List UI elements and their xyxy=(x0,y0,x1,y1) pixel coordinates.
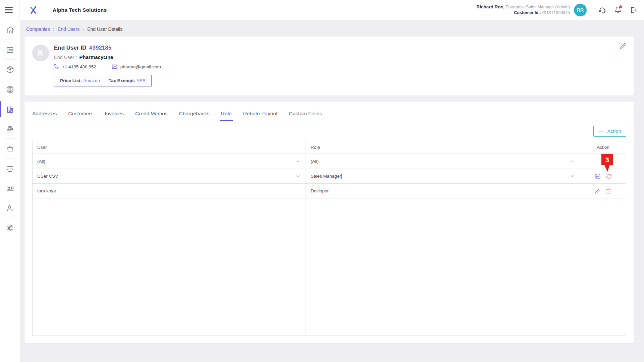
table-filter-row: (All) (All) 3 xyxy=(33,154,626,169)
breadcrumb-link-end-users[interactable]: End Users xyxy=(58,26,79,32)
price-list-label: Price List: xyxy=(60,78,82,83)
end-user-id-value[interactable]: #392185 xyxy=(89,45,111,51)
tab-rebate-payout[interactable]: Rebate Payout xyxy=(243,111,278,121)
notifications-bell-icon[interactable] xyxy=(614,6,622,14)
table-row: USer CSV Sales Manager xyxy=(33,169,626,184)
user-info: Richard Roe, Enterprise Sales Manager (A… xyxy=(476,4,570,16)
tab-credit-memos[interactable]: Credit Memos xyxy=(135,111,167,121)
table-row: tora koya Devloper xyxy=(33,184,626,198)
tax-exempt-label: Tax Exempt: xyxy=(109,78,135,83)
package-icon xyxy=(6,65,14,74)
details-card: Addresses Customers Invoices Credit Memo… xyxy=(24,102,634,343)
sidebar-item-crm[interactable]: CRM xyxy=(0,40,20,60)
report-chart-icon xyxy=(6,184,14,193)
customer-id-label: Customer Id.: xyxy=(514,10,541,15)
sidebar-item-procurement-bag[interactable] xyxy=(0,139,20,159)
breadcrumb: Companies › End Users › End User Details xyxy=(26,26,644,32)
save-icon[interactable] xyxy=(595,173,601,179)
crm-icon: CRM xyxy=(6,46,14,54)
breadcrumb-separator: › xyxy=(53,26,55,32)
sidebar-item-companies[interactable] xyxy=(0,99,20,119)
top-header: Alpha Tech Solutions Richard Roe, Enterp… xyxy=(0,0,644,20)
tab-invoices[interactable]: Invoices xyxy=(105,111,124,121)
row1-role-input[interactable]: Sales Manager xyxy=(306,169,580,183)
sidebar-item-preferences[interactable] xyxy=(0,218,20,238)
text-cursor xyxy=(341,174,342,179)
role-table: User Role Action (All) (All) xyxy=(32,141,626,336)
end-user-name-row: End User : PharmacyOne xyxy=(54,54,161,60)
price-list-value: Amazon xyxy=(83,78,100,83)
ellipsis-icon: ••• xyxy=(598,130,604,133)
end-user-name-value: PharmacyOne xyxy=(79,54,113,60)
column-header-action: Action xyxy=(580,141,626,154)
brand-logo-icon[interactable] xyxy=(19,0,47,20)
chevron-down-icon xyxy=(570,159,575,164)
main-content: Companies › End Users › End User Details… xyxy=(20,20,644,362)
action-button[interactable]: ••• Action xyxy=(593,126,626,137)
sidebar-item-packages[interactable] xyxy=(0,60,20,79)
tab-addresses[interactable]: Addresses xyxy=(32,111,57,121)
cash-register-icon xyxy=(6,125,14,133)
breadcrumb-link-companies[interactable]: Companies xyxy=(26,26,50,32)
tab-customers[interactable]: Customers xyxy=(68,111,93,121)
price-tax-badge: Price List:Amazon Tax Exempt:YES xyxy=(54,75,152,86)
filter-action-cell: 3 xyxy=(580,154,626,169)
sidebar-item-home[interactable] xyxy=(0,20,20,40)
svg-text:CRM: CRM xyxy=(9,49,13,51)
chevron-down-icon xyxy=(296,174,301,179)
tab-chargebacks[interactable]: Chargebacks xyxy=(179,111,210,121)
delete-row-icon[interactable] xyxy=(606,188,611,194)
tax-exempt-value: YES xyxy=(137,78,146,83)
table-empty-area xyxy=(33,198,626,336)
menu-icon[interactable] xyxy=(0,7,19,13)
row2-user-value: tora koya xyxy=(33,184,306,198)
row1-action-cell xyxy=(580,169,626,183)
tab-custom-fields[interactable]: Custom Fields xyxy=(289,111,322,121)
row2-role-value: Devloper xyxy=(306,184,580,198)
balance-scale-icon: D C xyxy=(6,164,14,173)
column-header-role: Role xyxy=(306,141,580,154)
row2-action-cell xyxy=(580,184,626,198)
end-user-summary-card: End User ID #392185 End User : PharmacyO… xyxy=(24,37,634,96)
end-user-name-label: End User : xyxy=(54,55,77,60)
tab-bar: Addresses Customers Invoices Credit Memo… xyxy=(32,111,626,121)
end-user-id-label: End User ID xyxy=(54,45,86,51)
avatar[interactable]: RR xyxy=(574,4,587,16)
edit-row-icon[interactable] xyxy=(595,188,600,194)
notification-dot xyxy=(619,5,622,8)
sidebar-item-payments[interactable]: $ xyxy=(0,79,20,99)
table-header-row: User Role Action xyxy=(33,141,626,154)
support-headset-icon[interactable] xyxy=(598,6,606,14)
chevron-down-icon xyxy=(296,159,301,164)
annotation-badge: 3 xyxy=(601,154,613,165)
refresh-icon[interactable] xyxy=(606,174,611,179)
role-filter-select[interactable]: (All) xyxy=(306,154,580,169)
breadcrumb-separator: › xyxy=(83,26,84,32)
row1-user-select[interactable]: USer CSV xyxy=(33,169,306,183)
company-avatar xyxy=(32,45,49,61)
tab-role[interactable]: Role xyxy=(221,111,232,121)
svg-text:$: $ xyxy=(9,88,11,91)
user-filter-select[interactable]: (All) xyxy=(33,154,306,169)
shopping-bag-icon xyxy=(6,144,14,153)
sidebar: CRM $ D xyxy=(0,20,20,362)
dollar-coin-icon: $ xyxy=(6,85,14,94)
home-icon xyxy=(6,25,15,35)
email-address: pharma@gmail.com xyxy=(120,64,161,69)
user-role: Enterprise Sales Manager (Admin) xyxy=(505,5,570,9)
sidebar-item-cash-register[interactable] xyxy=(0,119,20,139)
user-name: Richard Roe, xyxy=(476,4,504,9)
breadcrumb-current: End User Details xyxy=(87,26,122,32)
buildings-icon xyxy=(6,105,14,114)
email-icon xyxy=(112,64,118,70)
logout-icon[interactable] xyxy=(630,6,637,14)
phone-number: +1 4185 438 852 xyxy=(62,64,96,69)
add-user-icon xyxy=(6,204,14,213)
edit-profile-icon[interactable] xyxy=(620,43,626,49)
customer-id-value: CUST1000875 xyxy=(542,10,570,15)
sidebar-item-accounting-scale[interactable]: D C xyxy=(0,159,20,178)
end-user-id-row: End User ID #392185 xyxy=(54,45,161,51)
chevron-down-icon xyxy=(570,174,575,179)
sidebar-item-add-user[interactable] xyxy=(0,198,20,218)
sidebar-item-reports[interactable] xyxy=(0,178,20,198)
